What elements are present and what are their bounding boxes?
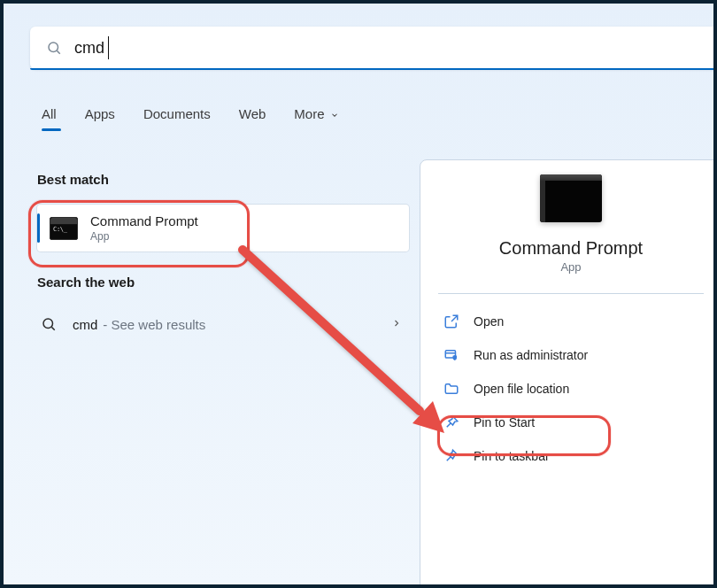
action-pin-to-start[interactable]: Pin to Start: [435, 406, 707, 439]
tab-more[interactable]: More: [294, 106, 338, 130]
action-label: Pin to taskbar: [474, 449, 550, 463]
action-label: Pin to Start: [474, 415, 535, 429]
command-prompt-thumbnail-icon: [540, 174, 602, 222]
svg-line-3: [51, 327, 54, 329]
best-match-heading: Best match: [37, 172, 409, 187]
chevron-right-icon: [391, 317, 402, 331]
admin-shield-icon: [443, 347, 459, 363]
action-open[interactable]: Open: [435, 305, 707, 338]
search-scope-tabs: All Apps Documents Web More: [42, 106, 339, 130]
best-match-title: Command Prompt: [90, 213, 198, 229]
action-label: Open: [474, 314, 504, 329]
windows-search-panel: All Apps Documents Web More Best match C…: [0, 0, 717, 588]
action-label: Run as administrator: [474, 348, 588, 362]
action-label: Open file location: [474, 382, 569, 396]
preview-title: Command Prompt: [420, 238, 717, 259]
tab-documents[interactable]: Documents: [143, 106, 211, 130]
tab-all[interactable]: All: [42, 106, 57, 130]
open-external-icon: [443, 313, 459, 329]
command-prompt-icon: [50, 217, 78, 240]
pin-icon: [443, 448, 459, 464]
svg-point-2: [43, 319, 53, 329]
preview-subtitle: App: [420, 260, 717, 274]
web-result-row[interactable]: cmd - See web results: [37, 307, 409, 341]
chevron-down-icon: [330, 107, 339, 122]
web-result-suffix: - See web results: [103, 317, 205, 332]
svg-point-0: [49, 43, 58, 52]
action-open-file-location[interactable]: Open file location: [435, 372, 707, 406]
preview-actions: Open Run as administrator: [420, 305, 717, 473]
result-preview-panel: Command Prompt App Open: [420, 159, 717, 588]
web-result-term: cmd: [73, 317, 97, 332]
best-match-subtitle: App: [90, 230, 198, 243]
results-column: Best match Command Prompt App Search the…: [37, 172, 409, 341]
search-icon: [41, 316, 57, 332]
best-match-text: Command Prompt App: [90, 213, 198, 243]
search-bar[interactable]: [30, 27, 717, 69]
search-focus-underline: [30, 68, 717, 70]
search-icon: [46, 40, 62, 56]
tab-apps[interactable]: Apps: [85, 106, 115, 130]
tab-more-label: More: [294, 106, 324, 121]
search-web-heading: Search the web: [37, 275, 409, 290]
folder-icon: [443, 381, 459, 397]
svg-line-1: [57, 50, 59, 53]
pin-icon: [443, 414, 459, 430]
best-match-result[interactable]: Command Prompt App: [37, 205, 409, 251]
action-run-as-administrator[interactable]: Run as administrator: [435, 338, 707, 372]
divider: [438, 293, 704, 294]
action-pin-to-taskbar[interactable]: Pin to taskbar: [435, 439, 707, 473]
search-input[interactable]: [73, 38, 717, 58]
tab-web[interactable]: Web: [239, 106, 266, 130]
